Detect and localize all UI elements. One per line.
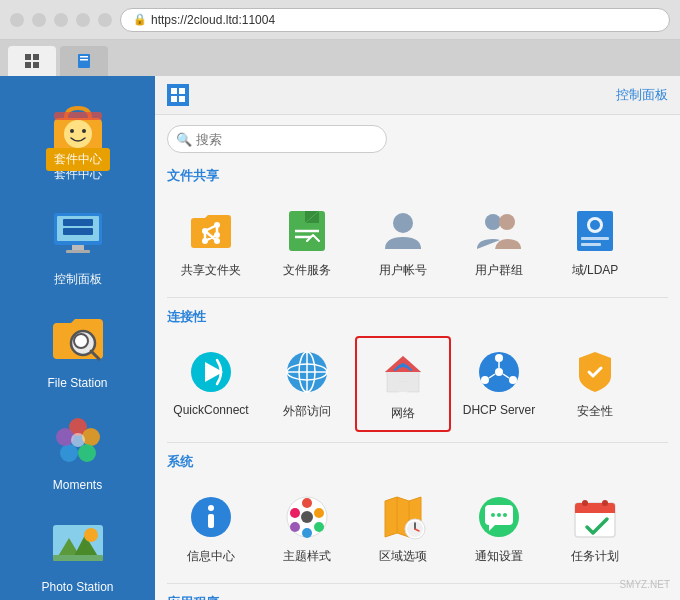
- svg-point-39: [202, 238, 208, 244]
- file-station-icon: [46, 306, 110, 370]
- file-station-label: File Station: [47, 376, 107, 390]
- quickconnect-icon: [185, 346, 237, 398]
- svg-point-48: [499, 214, 515, 230]
- photo-station-label: Photo Station: [41, 580, 113, 594]
- svg-point-93: [497, 513, 501, 517]
- grid-item-network[interactable]: 网络: [355, 336, 451, 432]
- grid-item-file-service[interactable]: 文件服务: [259, 195, 355, 287]
- svg-rect-32: [171, 88, 177, 94]
- https-indicator: 🔒: [133, 13, 147, 26]
- theme-style-icon: [281, 491, 333, 543]
- grid-item-domain-ldap[interactable]: 域/LDAP: [547, 195, 643, 287]
- svg-point-19: [74, 334, 88, 348]
- bookmark-button[interactable]: [98, 13, 112, 27]
- url-text: https://2cloud.ltd:11004: [151, 13, 275, 27]
- grid-item-info-center[interactable]: 信息中心: [163, 481, 259, 573]
- content-header: 控制面板: [155, 76, 680, 115]
- grid-item-region[interactable]: 区域选项: [355, 481, 451, 573]
- grid-item-task-scheduler[interactable]: 任务计划: [547, 481, 643, 573]
- icon-grid-file-sharing: 共享文件夹 文件服务: [155, 191, 680, 295]
- search-icon: 🔍: [176, 132, 192, 147]
- svg-rect-0: [25, 54, 31, 60]
- svg-point-25: [56, 428, 74, 446]
- task-scheduler-icon: [569, 491, 621, 543]
- svg-point-66: [495, 354, 503, 362]
- svg-rect-97: [575, 510, 615, 513]
- svg-point-47: [485, 214, 501, 230]
- sidebar: 套件中心 套件中心 控制面板: [0, 76, 155, 600]
- sidebar-item-pkg-center[interactable]: 套件中心 套件中心: [0, 86, 155, 191]
- svg-point-78: [314, 508, 324, 518]
- photo-station-icon: [46, 510, 110, 574]
- moments-label: Moments: [53, 478, 102, 492]
- svg-point-26: [71, 433, 85, 447]
- url-bar: 🔒 https://2cloud.ltd:11004: [120, 8, 670, 32]
- page-icon: [76, 53, 92, 69]
- svg-point-22: [82, 428, 100, 446]
- sidebar-item-photo-station[interactable]: Photo Station: [0, 500, 155, 600]
- svg-rect-3: [33, 62, 39, 68]
- user-account-icon: [377, 205, 429, 257]
- shared-folder-icon: [185, 205, 237, 257]
- tab-inactive[interactable]: [60, 46, 108, 76]
- user-group-icon: [473, 205, 525, 257]
- divider-3: [167, 583, 668, 584]
- svg-point-51: [590, 220, 600, 230]
- divider-1: [167, 297, 668, 298]
- back-button[interactable]: [10, 13, 24, 27]
- section-title-applications: 应用程序: [155, 586, 680, 600]
- content-area: 控制面板 🔍 文件共享: [155, 76, 680, 600]
- sidebar-item-moments[interactable]: Moments: [0, 398, 155, 500]
- refresh-button[interactable]: [54, 13, 68, 27]
- task-scheduler-label: 任务计划: [571, 548, 619, 565]
- grid-icon: [24, 53, 40, 69]
- svg-point-10: [82, 129, 86, 133]
- quickconnect-label: QuickConnect: [173, 403, 248, 417]
- user-group-label: 用户群组: [475, 262, 523, 279]
- svg-point-79: [314, 522, 324, 532]
- network-label: 网络: [391, 405, 415, 422]
- file-service-label: 文件服务: [283, 262, 331, 279]
- section-title-file-sharing: 文件共享: [155, 159, 680, 191]
- dhcp-server-icon: [473, 346, 525, 398]
- divider-2: [167, 442, 668, 443]
- forward-button[interactable]: [32, 13, 46, 27]
- search-input[interactable]: [167, 125, 387, 153]
- svg-point-64: [401, 363, 405, 367]
- grid-item-user-group[interactable]: 用户群组: [451, 195, 547, 287]
- sidebar-item-control-panel[interactable]: 控制面板: [0, 191, 155, 296]
- control-panel-header-link[interactable]: 控制面板: [616, 86, 668, 104]
- svg-point-69: [495, 368, 503, 376]
- tab-bar: [0, 40, 680, 76]
- tab-active[interactable]: [8, 46, 56, 76]
- home-button[interactable]: [76, 13, 90, 27]
- sidebar-item-file-station[interactable]: File Station: [0, 296, 155, 398]
- svg-point-83: [301, 511, 313, 523]
- svg-rect-35: [179, 96, 185, 102]
- svg-point-36: [202, 228, 208, 234]
- svg-point-81: [290, 522, 300, 532]
- grid-item-quickconnect[interactable]: QuickConnect: [163, 336, 259, 432]
- grid-item-notification[interactable]: 通知设置: [451, 481, 547, 573]
- svg-rect-34: [171, 96, 177, 102]
- grid-item-security[interactable]: 安全性: [547, 336, 643, 432]
- file-service-icon: [281, 205, 333, 257]
- grid-item-theme-style[interactable]: 主题样式: [259, 481, 355, 573]
- security-label: 安全性: [577, 403, 613, 420]
- moments-icon: [46, 408, 110, 472]
- dhcp-server-label: DHCP Server: [463, 403, 535, 417]
- svg-point-77: [302, 498, 312, 508]
- svg-rect-11: [54, 112, 102, 120]
- grid-item-user-account[interactable]: 用户帐号: [355, 195, 451, 287]
- svg-point-38: [214, 232, 220, 238]
- content-header-icon: [167, 84, 189, 106]
- svg-point-9: [70, 129, 74, 133]
- grid-item-dhcp-server[interactable]: DHCP Server: [451, 336, 547, 432]
- svg-rect-16: [72, 245, 84, 250]
- svg-point-23: [78, 444, 96, 462]
- info-center-icon: [185, 491, 237, 543]
- grid-item-external-access[interactable]: 外部访问: [259, 336, 355, 432]
- grid-item-shared-folder[interactable]: 共享文件夹: [163, 195, 259, 287]
- svg-point-98: [582, 500, 588, 506]
- svg-point-24: [60, 444, 78, 462]
